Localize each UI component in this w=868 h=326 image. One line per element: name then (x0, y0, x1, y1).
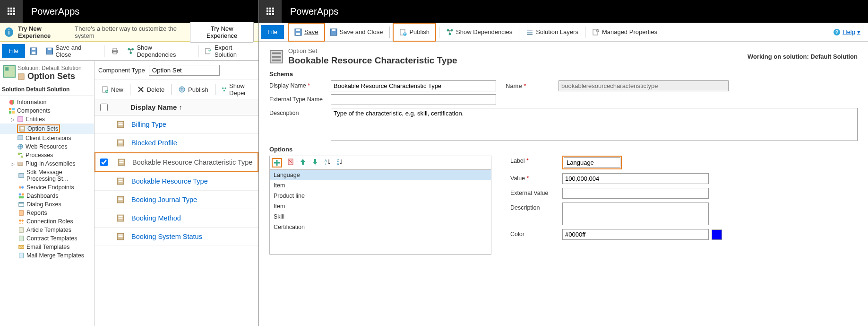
external-type-label: External Type Name (269, 94, 331, 103)
option-item[interactable]: Language (270, 170, 491, 180)
tree-mail-merge[interactable]: Mail Merge Templates (0, 251, 94, 260)
svg-rect-20 (206, 48, 210, 54)
export-solution-button[interactable]: Export Solution (201, 44, 258, 59)
tree-processes[interactable]: Processes (0, 151, 94, 159)
show-deps-button-left[interactable]: Show Dependencies (123, 44, 195, 59)
svg-rect-68 (120, 160, 124, 161)
row-checkbox[interactable] (100, 159, 108, 166)
svg-rect-52 (19, 236, 24, 241)
svg-rect-23 (18, 73, 24, 79)
tree-service-endpoints[interactable]: Service Endpoints (0, 183, 94, 192)
tree-client-extensions[interactable]: Client Extensions (0, 134, 94, 142)
option-desc-textarea[interactable] (562, 203, 709, 225)
save-button[interactable]: Save (291, 25, 322, 40)
managed-props-button[interactable]: Managed Properties (588, 25, 661, 40)
tree-contract-templates[interactable]: Contract Templates (0, 234, 94, 243)
delete-option-icon[interactable] (287, 158, 294, 166)
display-name-header[interactable]: Display Name ↑ (130, 103, 182, 111)
tree-plugin-assemblies[interactable]: ▷Plug-in Assemblies (0, 159, 94, 168)
grid-row[interactable]: Booking Journal Type (95, 191, 258, 209)
option-color-input[interactable] (562, 229, 709, 240)
publish-button-grid[interactable]: Publish (174, 82, 212, 97)
sort-asc-icon[interactable]: AZ (324, 158, 331, 166)
add-option-icon[interactable] (273, 159, 281, 167)
new-button[interactable]: New (97, 82, 127, 97)
print-button[interactable] (107, 44, 122, 59)
grid-row[interactable]: Blocked Profile (95, 134, 258, 152)
svg-rect-7 (10, 13, 12, 15)
option-item[interactable]: Item (270, 180, 491, 191)
file-tab-left[interactable]: File (2, 44, 25, 58)
tree-information[interactable]: Information (0, 98, 94, 106)
waffle-icon-right[interactable] (259, 0, 282, 23)
svg-rect-109 (272, 52, 281, 54)
option-value-input[interactable] (562, 173, 709, 184)
tree-reports[interactable]: Reports (0, 209, 94, 217)
grid-row[interactable]: Booking Method (95, 209, 258, 228)
tree-option-sets[interactable]: Option Sets (0, 123, 94, 134)
tree-sdk-msg[interactable]: Sdk Message Processing St… (0, 168, 94, 183)
svg-rect-89 (269, 13, 271, 15)
svg-text:?: ? (835, 29, 839, 35)
color-swatch[interactable] (712, 229, 722, 240)
tree-connection-roles[interactable]: Connection Roles (0, 217, 94, 226)
move-down-icon[interactable] (311, 158, 319, 166)
waffle-icon[interactable] (0, 0, 23, 23)
file-tab-right[interactable]: File (261, 25, 284, 39)
svg-rect-65 (119, 141, 123, 142)
tree-entities[interactable]: ▷Entities (0, 115, 94, 123)
option-desc-label: Description (510, 203, 562, 211)
grid-row[interactable]: Billing Type (95, 115, 258, 134)
svg-rect-34 (21, 130, 24, 131)
delete-button[interactable]: Delete (133, 82, 169, 97)
show-deps-button[interactable]: Show Dependencies (442, 25, 516, 40)
option-color-label: Color (510, 229, 562, 238)
help-link[interactable]: ?Help▾ (833, 28, 860, 36)
option-item[interactable]: Product line (270, 191, 491, 201)
save-icon-button[interactable] (26, 44, 41, 59)
grid-row[interactable]: Bookable Resource Type (95, 172, 258, 191)
component-type-input[interactable] (149, 65, 220, 76)
svg-rect-1 (10, 8, 12, 9)
tree-web-resources[interactable]: Web Resources (0, 142, 94, 151)
banner-text: There's a better way to customize the sy… (75, 25, 185, 39)
description-textarea[interactable] (331, 108, 858, 141)
save-and-close-button[interactable]: Save and Close (326, 25, 387, 40)
svg-rect-26 (9, 108, 11, 110)
move-up-icon[interactable] (299, 158, 307, 166)
select-all-checkbox[interactable] (100, 104, 108, 111)
svg-rect-10 (32, 48, 35, 50)
try-new-button[interactable]: Try New Experience (190, 22, 254, 43)
publish-label: Publish (409, 28, 430, 35)
external-type-input[interactable] (331, 94, 496, 105)
svg-rect-77 (119, 216, 123, 217)
svg-rect-102 (527, 32, 533, 33)
option-item[interactable]: Skill (270, 211, 491, 222)
tree-components[interactable]: Components (0, 106, 94, 115)
tree-article-templates[interactable]: Article Templates (0, 226, 94, 234)
svg-point-60 (223, 90, 225, 91)
solution-section-title: Option Sets (18, 71, 82, 81)
left-app-header: PowerApps (0, 0, 258, 23)
tree-email-templates[interactable]: Email Templates (0, 243, 94, 251)
option-label-input[interactable] (564, 157, 620, 168)
solution-layers-label: Solution Layers (536, 28, 578, 35)
show-deps-button-grid[interactable]: Show Deper (218, 82, 256, 97)
sort-desc-icon[interactable]: ZA (336, 158, 344, 166)
nav-section-title: Solution Default Solution (0, 83, 94, 96)
save-and-close-button-left[interactable]: Save and Close (42, 44, 101, 59)
svg-rect-45 (19, 196, 24, 198)
svg-rect-101 (527, 30, 533, 31)
grid-row[interactable]: Booking System Status (95, 228, 258, 246)
option-item[interactable]: Item (270, 201, 491, 211)
publish-button[interactable]: Publish (395, 25, 433, 40)
tree-dashboards[interactable]: Dashboards (0, 192, 94, 200)
option-ext-value-input[interactable] (562, 188, 709, 199)
grid-row-selected[interactable]: Bookable Resource Characteristic Type (95, 152, 258, 172)
svg-rect-88 (266, 13, 268, 15)
svg-text:A: A (325, 159, 327, 162)
option-item[interactable]: Certification (270, 222, 491, 232)
tree-dialog-boxes[interactable]: Dialog Boxes (0, 200, 94, 209)
solution-layers-button[interactable]: Solution Layers (522, 25, 582, 40)
display-name-input[interactable] (331, 80, 496, 91)
